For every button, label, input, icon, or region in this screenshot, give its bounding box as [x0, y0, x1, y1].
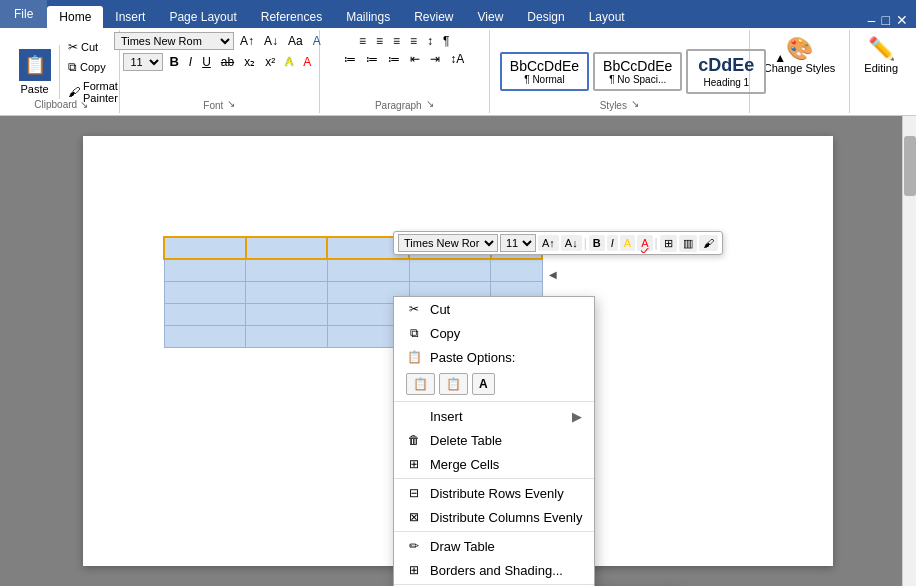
justify-button[interactable]: ≡: [406, 32, 421, 50]
copy-button[interactable]: ⧉ Copy: [64, 58, 122, 76]
mini-font-select[interactable]: Times New Ror: [398, 234, 498, 252]
style-no-spacing-label: ¶ No Spaci...: [603, 74, 672, 85]
tab-home[interactable]: Home: [47, 6, 103, 28]
table-cell[interactable]: [164, 281, 246, 303]
tab-design[interactable]: Design: [515, 6, 576, 28]
font-grow-button[interactable]: A↑: [236, 32, 258, 50]
styles-expand-icon[interactable]: ↘: [631, 98, 639, 111]
table-cell[interactable]: [246, 237, 328, 259]
mini-shade-btn[interactable]: ▥: [679, 235, 697, 252]
tab-view[interactable]: View: [466, 6, 516, 28]
style-no-spacing[interactable]: BbCcDdEe ¶ No Spaci...: [593, 52, 682, 92]
mini-bold-btn[interactable]: B: [589, 235, 605, 251]
mini-grow-btn[interactable]: A↑: [538, 235, 559, 251]
ctx-insert[interactable]: Insert ▶: [394, 404, 594, 428]
paragraph-group: ≡ ≡ ≡ ≡ ↕ ¶ ≔ ≔ ≔ ⇤ ⇥ ↕A Paragraph ↘: [320, 30, 490, 113]
paste-merge-btn[interactable]: 📋: [439, 373, 468, 395]
mini-highlight-btn[interactable]: A: [620, 235, 635, 251]
row-handle-2[interactable]: ◀: [549, 269, 557, 280]
font-expand-icon[interactable]: ↘: [227, 98, 235, 111]
superscript-button[interactable]: x²: [261, 53, 279, 71]
ctx-draw-table-label: Draw Table: [430, 539, 495, 554]
style-heading1[interactable]: cDdEe Heading 1: [686, 49, 766, 94]
mini-border-btn[interactable]: ⊞: [660, 235, 677, 252]
decrease-indent-button[interactable]: ⇤: [406, 50, 424, 68]
table-cell[interactable]: [164, 325, 246, 347]
clipboard-expand-icon[interactable]: ↘: [80, 99, 88, 110]
table-cell[interactable]: [491, 259, 542, 281]
font-name-select[interactable]: Times New Rom: [114, 32, 234, 50]
restore-icon[interactable]: □: [882, 12, 890, 28]
paste-button[interactable]: 📋 Paste: [10, 45, 60, 99]
strikethrough-button[interactable]: ab: [217, 53, 238, 71]
table-cell[interactable]: [327, 259, 409, 281]
table-cell[interactable]: [164, 303, 246, 325]
delete-table-ctx-icon: 🗑: [406, 432, 422, 448]
font-shrink-button[interactable]: A↓: [260, 32, 282, 50]
bold-button[interactable]: B: [165, 52, 182, 71]
minimize-icon[interactable]: ‒: [867, 12, 876, 28]
paste-ctx-icon: 📋: [406, 349, 422, 365]
font-color-button[interactable]: A: [299, 53, 315, 71]
table-cell[interactable]: [164, 237, 246, 259]
numbering-button[interactable]: ≔: [362, 50, 382, 68]
ctx-cut[interactable]: ✂ Cut: [394, 297, 594, 321]
mini-italic-btn[interactable]: I: [607, 235, 618, 251]
table-cell[interactable]: [246, 303, 328, 325]
editing-label: Editing: [864, 62, 898, 74]
ctx-draw-table[interactable]: ✏ Draw Table: [394, 534, 594, 558]
show-formatting-button[interactable]: ¶: [439, 32, 453, 50]
tab-insert[interactable]: Insert: [103, 6, 157, 28]
ctx-distribute-rows[interactable]: ⊟ Distribute Rows Evenly: [394, 481, 594, 505]
tab-references[interactable]: References: [249, 6, 334, 28]
borders-shading-ctx-icon: ⊞: [406, 562, 422, 578]
styles-scroll-up[interactable]: ▲: [770, 49, 790, 67]
mini-size-select[interactable]: 11: [500, 234, 536, 252]
ctx-delete-table[interactable]: 🗑 Delete Table: [394, 428, 594, 452]
change-case-button[interactable]: Aa: [284, 32, 307, 50]
paste-keep-src-btn[interactable]: 📋: [406, 373, 435, 395]
highlight-button[interactable]: A: [281, 53, 297, 71]
paragraph-spacing-button[interactable]: ↕: [423, 32, 437, 50]
ctx-copy[interactable]: ⧉ Copy: [394, 321, 594, 345]
paste-text-only-btn[interactable]: A: [472, 373, 495, 395]
close-icon[interactable]: ✕: [896, 12, 908, 28]
editing-button[interactable]: ✏️ Editing: [858, 34, 904, 76]
bullets-button[interactable]: ≔: [340, 50, 360, 68]
scrollbar[interactable]: [902, 116, 916, 586]
align-center-button[interactable]: ≡: [372, 32, 387, 50]
multilevel-list-button[interactable]: ≔: [384, 50, 404, 68]
table-cell[interactable]: [409, 259, 491, 281]
italic-button[interactable]: I: [185, 53, 196, 71]
tab-layout[interactable]: Layout: [577, 6, 637, 28]
table-cell[interactable]: [164, 259, 246, 281]
mini-fontcolor-btn[interactable]: A: [637, 235, 652, 251]
paragraph-expand-icon[interactable]: ↘: [426, 98, 434, 111]
editing-icon: ✏️: [868, 36, 895, 62]
table-cell[interactable]: [246, 259, 328, 281]
ctx-distribute-cols[interactable]: ⊠ Distribute Columns Evenly: [394, 505, 594, 529]
styles-group-label: Styles: [600, 98, 627, 111]
increase-indent-button[interactable]: ⇥: [426, 50, 444, 68]
style-normal[interactable]: BbCcDdEe ¶ Normal: [500, 52, 589, 92]
mini-brush-btn[interactable]: 🖌: [699, 235, 718, 251]
tab-file[interactable]: File: [0, 0, 47, 28]
sort-button[interactable]: ↕A: [446, 50, 468, 68]
tab-page-layout[interactable]: Page Layout: [157, 6, 248, 28]
copy-ctx-icon: ⧉: [406, 325, 422, 341]
ctx-merge-cells[interactable]: ⊞ Merge Cells: [394, 452, 594, 476]
ctx-borders-shading[interactable]: ⊞ Borders and Shading...: [394, 558, 594, 582]
copy-icon: ⧉: [68, 60, 77, 74]
insert-ctx-icon: [406, 408, 422, 424]
mini-shrink-btn[interactable]: A↓: [561, 235, 582, 251]
tab-review[interactable]: Review: [402, 6, 465, 28]
underline-button[interactable]: U: [198, 53, 215, 71]
scrollbar-thumb[interactable]: [904, 136, 916, 196]
align-right-button[interactable]: ≡: [389, 32, 404, 50]
font-size-select[interactable]: 11: [123, 53, 163, 71]
tab-mailings[interactable]: Mailings: [334, 6, 402, 28]
table-cell[interactable]: [246, 281, 328, 303]
subscript-button[interactable]: x₂: [240, 53, 259, 71]
table-cell[interactable]: [246, 325, 328, 347]
align-left-button[interactable]: ≡: [355, 32, 370, 50]
